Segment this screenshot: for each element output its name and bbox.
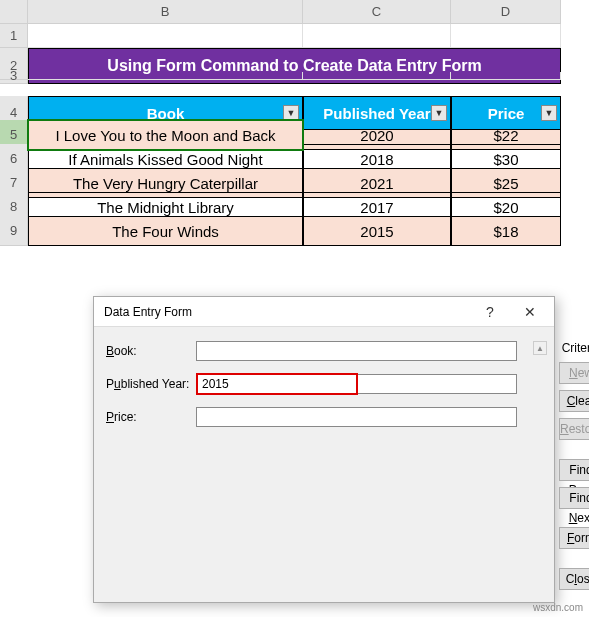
cell-price[interactable]: $18 bbox=[451, 216, 561, 246]
price-input[interactable] bbox=[196, 407, 517, 427]
col-header-c[interactable]: C bbox=[303, 0, 451, 24]
dialog-body: Book: Published Year: Price: ▲ Criteria … bbox=[94, 327, 554, 602]
find-next-button[interactable]: Find Next bbox=[559, 487, 589, 509]
filter-icon[interactable]: ▼ bbox=[283, 105, 299, 121]
col-header-b[interactable]: B bbox=[28, 0, 303, 24]
close-button[interactable]: ✕ bbox=[510, 298, 550, 326]
col-header-label: Price bbox=[488, 105, 525, 122]
cell-book[interactable]: I Love You to the Moon and Back bbox=[28, 120, 303, 150]
filter-icon[interactable]: ▼ bbox=[431, 105, 447, 121]
cell[interactable] bbox=[451, 24, 561, 48]
scroll-column: ▲ bbox=[533, 341, 547, 590]
cell-year[interactable]: 2015 bbox=[303, 216, 451, 246]
book-label: Book: bbox=[106, 344, 196, 358]
scroll-up-icon[interactable]: ▲ bbox=[533, 341, 547, 355]
col-header-label: Published Year bbox=[323, 105, 430, 122]
book-input[interactable] bbox=[196, 341, 517, 361]
field-year: Published Year: bbox=[106, 373, 517, 395]
row-header-1[interactable]: 1 bbox=[0, 24, 28, 48]
cell[interactable] bbox=[28, 24, 303, 48]
dialog-titlebar[interactable]: Data Entry Form ? ✕ bbox=[94, 297, 554, 327]
find-prev-button[interactable]: Find Prev bbox=[559, 459, 589, 481]
year-input-ext[interactable] bbox=[358, 374, 517, 394]
col-header-d[interactable]: D bbox=[451, 0, 561, 24]
field-price: Price: bbox=[106, 407, 517, 427]
help-button[interactable]: ? bbox=[470, 298, 510, 326]
row-header-3[interactable]: 3 bbox=[0, 72, 28, 80]
cell-book[interactable]: The Four Winds bbox=[28, 216, 303, 246]
col-header-price[interactable]: Price ▼ bbox=[451, 96, 561, 130]
data-entry-form-dialog: Data Entry Form ? ✕ Book: Published Year… bbox=[93, 296, 555, 603]
cell[interactable] bbox=[303, 72, 451, 80]
criteria-label: Criteria bbox=[559, 341, 589, 356]
dialog-buttons: Criteria New Clear Restore Find Prev Fin… bbox=[559, 341, 589, 590]
col-header-year[interactable]: Published Year ▼ bbox=[303, 96, 451, 130]
field-book: Book: bbox=[106, 341, 517, 361]
year-label: Published Year: bbox=[106, 377, 196, 391]
col-header-label: Book bbox=[147, 105, 185, 122]
filter-icon[interactable]: ▼ bbox=[541, 105, 557, 121]
row-header-9[interactable]: 9 bbox=[0, 216, 28, 246]
price-label: Price: bbox=[106, 410, 196, 424]
select-all-corner[interactable] bbox=[0, 0, 28, 24]
cell[interactable] bbox=[28, 72, 303, 80]
form-button[interactable]: Form bbox=[559, 527, 589, 549]
form-fields: Book: Published Year: Price: bbox=[106, 341, 525, 590]
dialog-title: Data Entry Form bbox=[104, 305, 470, 319]
close-dialog-button[interactable]: Close bbox=[559, 568, 589, 590]
spreadsheet-grid: B C D 1 2 Using Form Command to Create D… bbox=[0, 0, 589, 240]
year-input[interactable] bbox=[196, 373, 358, 395]
new-button[interactable]: New bbox=[559, 362, 589, 384]
restore-button[interactable]: Restore bbox=[559, 418, 589, 440]
cell[interactable] bbox=[451, 72, 561, 80]
cell[interactable] bbox=[303, 24, 451, 48]
clear-button[interactable]: Clear bbox=[559, 390, 589, 412]
watermark: wsxdn.com bbox=[533, 602, 583, 613]
